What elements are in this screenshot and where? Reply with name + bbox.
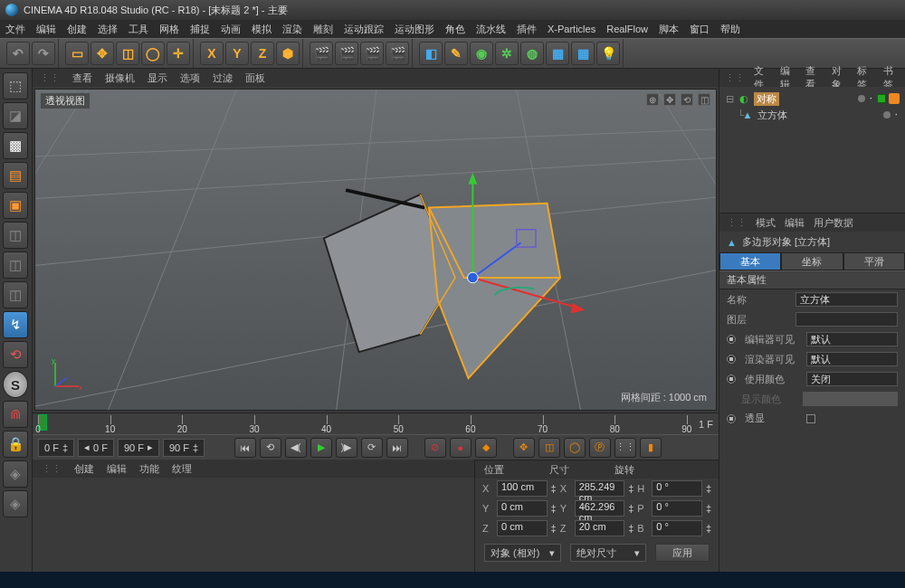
misc2-button[interactable]: ◈	[3, 490, 28, 517]
vp-display[interactable]: 显示	[148, 71, 167, 85]
editor-vis-field[interactable]: 默认	[806, 332, 898, 346]
goto-end-button[interactable]: ⏭	[386, 438, 408, 458]
scale-key-button[interactable]: ◫	[538, 438, 560, 458]
environment-tool[interactable]: ◍	[520, 42, 544, 65]
step-back-button[interactable]: ◀(	[285, 438, 307, 458]
attr-edit[interactable]: 编辑	[785, 216, 805, 230]
menu-plugins[interactable]: 插件	[517, 23, 537, 36]
menu-realflow[interactable]: RealFlow	[606, 24, 648, 34]
xray-radio[interactable]	[727, 414, 736, 423]
menu-sculpt[interactable]: 雕刻	[313, 23, 333, 36]
tag-icon[interactable]	[889, 93, 900, 104]
mat-create[interactable]: 创建	[74, 462, 94, 476]
tweak-mode[interactable]: ⟲	[3, 341, 28, 368]
menu-mesh[interactable]: 网格	[159, 23, 179, 36]
rot-key-button[interactable]: ◯	[564, 438, 586, 458]
rotate-tool[interactable]: ◯	[141, 42, 165, 65]
select-tool[interactable]: ▭	[65, 42, 89, 65]
menu-motiontrack[interactable]: 运动跟踪	[344, 23, 384, 36]
materials-panel[interactable]	[33, 478, 474, 572]
film-button[interactable]: ▮	[640, 438, 662, 458]
cube-primitive[interactable]: ◧	[419, 42, 443, 65]
object-mode[interactable]: ▣	[3, 192, 28, 219]
point-mode[interactable]: ◫	[3, 222, 28, 249]
layer-field[interactable]	[795, 312, 898, 327]
xray-checkbox[interactable]	[806, 414, 815, 423]
use-color-radio[interactable]	[727, 375, 736, 384]
editor-vis-radio[interactable]	[727, 335, 736, 344]
record-button[interactable]: ⊘	[424, 438, 446, 458]
mat-function[interactable]: 功能	[139, 462, 159, 476]
menu-simulate[interactable]: 模拟	[252, 23, 272, 36]
menu-file[interactable]: 文件	[5, 23, 25, 36]
tab-coord[interactable]: 坐标	[781, 252, 843, 270]
move-tool[interactable]: ✥	[90, 42, 114, 65]
menu-script[interactable]: 脚本	[659, 23, 679, 36]
edge-mode[interactable]: ◫	[3, 251, 28, 279]
menu-snap[interactable]: 捕捉	[190, 23, 210, 36]
pos-x-field[interactable]: 100 cm	[497, 480, 548, 497]
keyframe-button[interactable]: ◆	[475, 438, 497, 458]
menu-render[interactable]: 渲染	[282, 23, 302, 36]
menu-tools[interactable]: 工具	[129, 23, 148, 36]
size-x-field[interactable]: 285.249 cm	[575, 480, 625, 497]
model-mode[interactable]: ◪	[3, 102, 28, 129]
vp-nav1-icon[interactable]: ⊕	[646, 93, 659, 106]
vp-view[interactable]: 查看	[72, 71, 92, 85]
tab-basic[interactable]: 基本	[719, 252, 781, 270]
vp-panel[interactable]: 面板	[245, 71, 265, 85]
coord-mode-select[interactable]: 对象 (相对)▾	[484, 544, 561, 562]
texture-mode[interactable]: ▩	[3, 132, 28, 159]
render-vis-radio[interactable]	[727, 355, 736, 364]
mat-edit[interactable]: 编辑	[107, 462, 127, 476]
pos-z-field[interactable]: 0 cm	[497, 520, 548, 536]
last-tool[interactable]: ✛	[167, 42, 190, 65]
vp-camera[interactable]: 摄像机	[105, 71, 135, 85]
make-editable[interactable]: ⬚	[3, 72, 28, 100]
menu-create[interactable]: 创建	[67, 23, 87, 36]
vp-options[interactable]: 选项	[180, 71, 200, 85]
generator-tool[interactable]: ◉	[470, 42, 493, 65]
lock-toggle[interactable]: 🔒	[3, 431, 28, 458]
perspective-viewport[interactable]: 透视视图 ⊕ ✥ ⟲ ◫	[34, 89, 717, 411]
snap-toggle[interactable]: S	[3, 371, 28, 398]
menu-select[interactable]: 选择	[98, 23, 118, 36]
param-key-button[interactable]: Ⓟ	[589, 438, 611, 458]
vp-nav3-icon[interactable]: ⟲	[681, 93, 693, 106]
scale-tool[interactable]: ◫	[116, 42, 139, 65]
goto-start-button[interactable]: ⏮	[234, 438, 256, 458]
pos-key-button[interactable]: ✥	[513, 438, 535, 458]
pla-key-button[interactable]: ⋮⋮	[614, 438, 636, 458]
attr-userdata[interactable]: 用户数据	[814, 216, 853, 230]
size-mode-select[interactable]: 绝对尺寸▾	[570, 544, 647, 562]
menu-window[interactable]: 窗口	[690, 23, 710, 36]
magnet-toggle[interactable]: ⋒	[3, 401, 28, 428]
light-tool[interactable]: 💡	[596, 42, 620, 65]
render-view-button[interactable]: 🎬	[310, 42, 333, 65]
menu-mograph[interactable]: 运动图形	[395, 23, 434, 36]
start-frame-field[interactable]: 0 F‡	[38, 439, 74, 457]
rot-h-field[interactable]: 0 °	[652, 480, 702, 497]
autokey-button[interactable]: ●	[450, 438, 472, 458]
redo-button[interactable]: ↷	[32, 42, 55, 65]
axis-mode[interactable]: ↯	[3, 311, 28, 338]
tab-phong[interactable]: 平滑	[843, 252, 905, 270]
rot-b-field[interactable]: 0 °	[652, 520, 702, 536]
deformer-tool[interactable]: ✲	[495, 42, 519, 65]
vp-nav2-icon[interactable]: ✥	[663, 93, 676, 106]
display-color-field[interactable]	[803, 392, 898, 406]
next-key-button[interactable]: ⟳	[361, 438, 383, 458]
pos-y-field[interactable]: 0 cm	[497, 500, 548, 517]
step-forward-button[interactable]: )▶	[336, 438, 357, 458]
menu-help[interactable]: 帮助	[720, 23, 740, 36]
render-region-button[interactable]: 🎬	[335, 42, 358, 65]
attr-mode[interactable]: 模式	[756, 216, 776, 230]
coord-system[interactable]: ⬢	[276, 42, 300, 65]
object-row-symmetry[interactable]: ⊟ ◐ 对称 ᛫	[725, 90, 900, 107]
end-frame-field[interactable]: 90 F‡	[163, 439, 205, 457]
apply-button[interactable]: 应用	[655, 544, 710, 562]
menu-edit[interactable]: 编辑	[36, 23, 56, 36]
object-name-field[interactable]: 立方体	[795, 292, 898, 307]
play-button[interactable]: ▶	[310, 438, 332, 458]
render-vis-field[interactable]: 默认	[806, 352, 898, 366]
